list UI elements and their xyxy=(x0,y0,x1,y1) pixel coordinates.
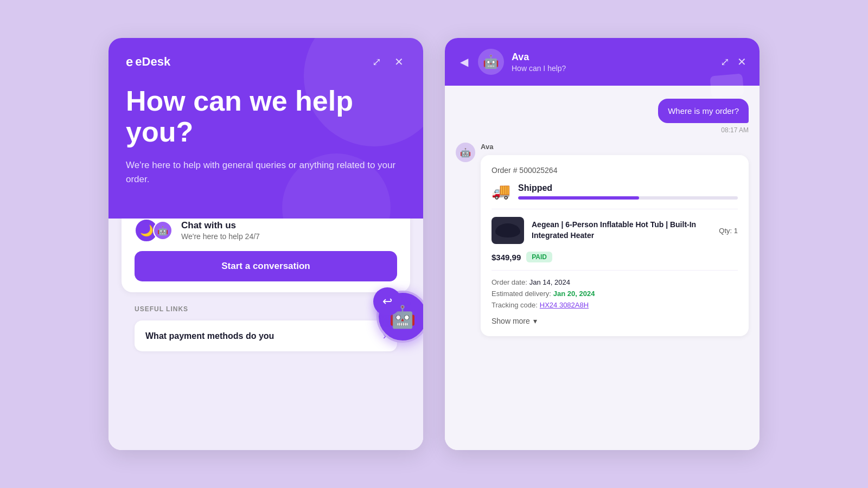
bot-name: Ava xyxy=(512,52,713,63)
order-card: Order # 500025264 🚚 Shipped xyxy=(481,155,749,336)
order-details: Order date: Jan 14, 2024 Estimated deliv… xyxy=(492,278,738,309)
back-icon: ◀ xyxy=(460,56,468,68)
useful-link-item[interactable]: What payment methods do you › xyxy=(135,320,397,351)
tracking-label: Tracking code: xyxy=(492,301,538,309)
header-decoration xyxy=(710,73,744,98)
order-date-row: Order date: Jan 14, 2024 xyxy=(492,278,738,286)
delivery-value: Jan 20, 2024 xyxy=(553,290,595,298)
useful-links-section: USEFUL LINKS What payment methods do you… xyxy=(122,292,410,360)
product-row: Aegean | 6-Person Inflatable Hot Tub | B… xyxy=(492,217,738,244)
avatar-2: 🤖 xyxy=(153,221,173,240)
close-icon: ✕ xyxy=(394,56,404,68)
subtitle: We're here to help with general queries … xyxy=(126,158,406,186)
bot-info: Ava How can I help? xyxy=(512,52,713,73)
bot-sender-name: Ava xyxy=(481,143,749,151)
order-number: Order # 500025264 xyxy=(492,166,738,175)
show-more-text: Show more xyxy=(492,317,530,325)
edesk-logo: e eDesk xyxy=(126,54,170,69)
delivery-row: Estimated delivery: Jan 20, 2024 xyxy=(492,290,738,298)
chat-expand-button[interactable]: ⤢ xyxy=(720,55,730,68)
chat-option-desc: We're here to help 24/7 xyxy=(181,232,260,241)
show-more-row[interactable]: Show more ▾ xyxy=(492,317,738,325)
chat-text: Chat with us We're here to help 24/7 xyxy=(181,220,260,241)
chat-header: ◀ 🤖 Ava How can I help? ⤢ ✕ xyxy=(445,38,760,86)
order-divider-2 xyxy=(492,270,738,271)
right-widget: ◀ 🤖 Ava How can I help? ⤢ ✕ Where is my … xyxy=(445,38,760,450)
product-image xyxy=(492,217,524,244)
delivery-label: Estimated delivery: xyxy=(492,290,551,298)
product-meta: $349,99 PAID xyxy=(492,252,738,262)
product-qty: Qty: 1 xyxy=(719,227,738,235)
tracking-row: Tracking code: HX24 3082A8H xyxy=(492,301,738,309)
chat-close-button[interactable]: ✕ xyxy=(737,55,746,68)
bot-message: 🤖 Ava Order # 500025264 🚚 Shipped xyxy=(456,143,749,336)
paid-badge: PAID xyxy=(526,252,552,262)
order-date-value: Jan 14, 2024 xyxy=(529,278,570,286)
user-message-text: Where is my order? xyxy=(668,106,739,115)
order-status-info: Shipped xyxy=(518,183,738,200)
header-actions: ⤢ ✕ xyxy=(370,53,406,70)
bot-message-content: Ava Order # 500025264 🚚 Shipped xyxy=(481,143,749,336)
order-date-label: Order date: xyxy=(492,278,527,286)
chat-messages: Where is my order? 08:17 AM 🤖 Ava Order … xyxy=(445,86,760,450)
progress-fill xyxy=(518,196,639,200)
main-title: How can we help you? xyxy=(126,86,406,147)
product-price: $349,99 xyxy=(492,253,521,262)
user-message-bubble: Where is my order? xyxy=(658,99,749,123)
expand-button[interactable]: ⤢ xyxy=(370,53,384,70)
header-top: e eDesk ⤢ ✕ xyxy=(126,53,406,70)
order-divider xyxy=(492,209,738,209)
bot-status: How can I help? xyxy=(512,64,713,73)
chat-avatars: 🌙 🤖 xyxy=(135,219,173,242)
link-item-text: What payment methods do you xyxy=(145,331,274,341)
expand-icon: ⤢ xyxy=(372,56,381,68)
chat-header-actions: ⤢ ✕ xyxy=(720,55,746,68)
chat-close-icon: ✕ xyxy=(737,56,746,68)
bot-avatar-small: 🤖 xyxy=(456,143,475,162)
close-button[interactable]: ✕ xyxy=(392,53,406,70)
product-name: Aegean | 6-Person Inflatable Hot Tub | B… xyxy=(532,220,711,241)
back-button[interactable]: ◀ xyxy=(458,53,470,70)
order-status-text: Shipped xyxy=(518,183,738,193)
product-img-shape xyxy=(495,223,520,237)
chat-card: 🌙 🤖 Chat with us We're here to help 24/7… xyxy=(122,219,410,292)
logo-e: e xyxy=(126,54,133,69)
chat-expand-icon: ⤢ xyxy=(720,56,730,68)
bot-avatar: 🤖 xyxy=(478,49,504,75)
order-status-row: 🚚 Shipped xyxy=(492,182,738,200)
truck-icon: 🚚 xyxy=(492,182,510,200)
chat-option: 🌙 🤖 Chat with us We're here to help 24/7 xyxy=(135,219,397,242)
useful-links-title: USEFUL LINKS xyxy=(135,305,397,313)
user-message: Where is my order? 08:17 AM xyxy=(456,99,749,134)
chat-option-title: Chat with us xyxy=(181,220,260,231)
start-conversation-button[interactable]: Start a conversation xyxy=(135,251,397,281)
left-widget: e eDesk ⤢ ✕ How can we help you? We're h… xyxy=(108,38,423,450)
progress-bar xyxy=(518,196,738,200)
chevron-down-icon: ▾ xyxy=(533,317,537,325)
tracking-value[interactable]: HX24 3082A8H xyxy=(540,301,589,309)
product-info: Aegean | 6-Person Inflatable Hot Tub | B… xyxy=(532,220,711,241)
left-header: e eDesk ⤢ ✕ How can we help you? We're h… xyxy=(108,38,423,219)
floating-check-icon: ↩ xyxy=(373,287,401,316)
left-body: 🌙 🤖 Chat with us We're here to help 24/7… xyxy=(108,219,423,450)
logo-text: eDesk xyxy=(135,55,170,69)
message-timestamp: 08:17 AM xyxy=(721,126,749,134)
